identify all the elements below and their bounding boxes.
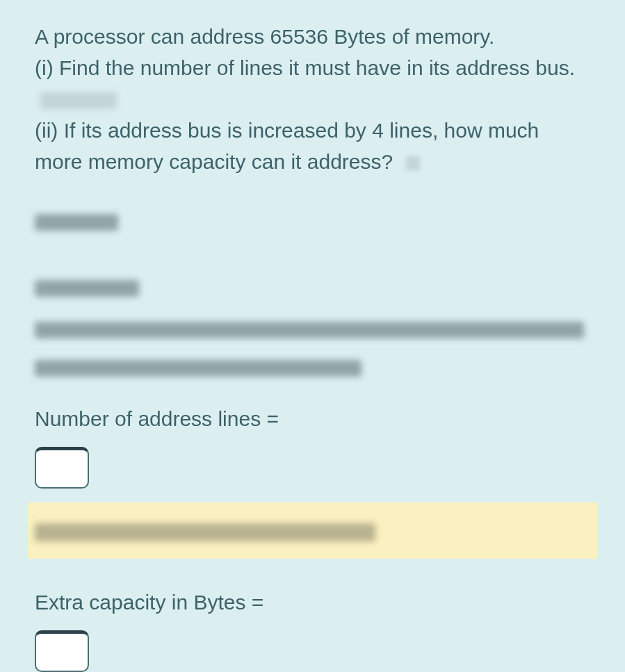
address-lines-input[interactable] xyxy=(35,447,89,489)
blurred-hint-2 xyxy=(406,156,420,170)
question-block: A processor can address 65536 Bytes of m… xyxy=(35,21,590,177)
blurred-region-3 xyxy=(35,313,590,344)
question-part-i: (i) Find the number of lines it must hav… xyxy=(35,56,575,79)
blurred-region-1 xyxy=(35,205,590,236)
address-lines-label: Number of address lines = xyxy=(35,403,590,434)
blurred-region-4 xyxy=(35,351,590,382)
extra-capacity-input[interactable] xyxy=(35,630,89,672)
blurred-hint-1 xyxy=(40,92,117,109)
blurred-region-2 xyxy=(35,271,590,302)
question-part-ii: (ii) If its address bus is increased by … xyxy=(35,119,539,173)
question-intro: A processor can address 65536 Bytes of m… xyxy=(35,25,494,48)
highlighted-hint xyxy=(28,502,597,559)
extra-capacity-label: Extra capacity in Bytes = xyxy=(35,587,590,618)
